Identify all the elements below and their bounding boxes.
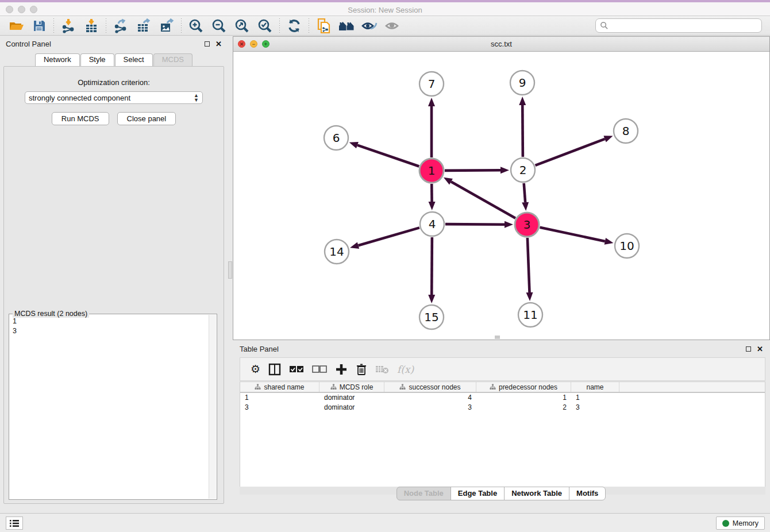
export-table-icon bbox=[136, 18, 151, 33]
network-canvas[interactable]: 7968124314101511 bbox=[233, 52, 769, 340]
delete-table-icon[interactable] bbox=[375, 364, 389, 375]
cell[interactable]: 1 bbox=[240, 394, 319, 402]
network-view-titlebar[interactable]: ✕ − + scc.txt bbox=[233, 37, 769, 52]
refresh-layout-button[interactable] bbox=[283, 17, 306, 34]
table-row[interactable]: 3dominator323 bbox=[240, 403, 765, 413]
control-panel-tabs: NetworkStyleSelectMCDS bbox=[0, 53, 228, 66]
toolbar-separator bbox=[106, 18, 106, 33]
memory-button[interactable]: Memory bbox=[716, 516, 765, 530]
edge-3-1[interactable] bbox=[451, 182, 515, 218]
edge-3-10[interactable] bbox=[540, 228, 605, 241]
edge-2-8[interactable] bbox=[536, 139, 605, 165]
cell[interactable]: 2 bbox=[476, 403, 571, 411]
canvas-hscroll-thumb[interactable] bbox=[495, 336, 500, 339]
criterion-value: strongly connected component bbox=[29, 94, 130, 102]
unselect-all-icon[interactable] bbox=[312, 365, 327, 374]
float-table-panel-icon[interactable] bbox=[746, 346, 751, 352]
task-history-button[interactable] bbox=[6, 516, 23, 530]
column-header-shared-name[interactable]: shared name bbox=[240, 382, 319, 392]
edge-4-14[interactable] bbox=[358, 228, 419, 245]
column-header-name[interactable]: name bbox=[571, 382, 619, 392]
zoom-selected-button[interactable] bbox=[253, 17, 276, 34]
toolbar-separator bbox=[53, 18, 54, 33]
mcds-panel: Optimization criterion: strongly connect… bbox=[3, 66, 224, 504]
zoom-fit-icon bbox=[234, 18, 249, 33]
gear-icon[interactable]: ⚙ bbox=[251, 363, 260, 376]
import-table-button[interactable] bbox=[80, 17, 103, 34]
edge-4-3[interactable] bbox=[445, 224, 505, 225]
node-label-11: 11 bbox=[523, 308, 537, 322]
cell[interactable]: 3 bbox=[571, 403, 619, 411]
main-toolbar bbox=[0, 16, 770, 36]
arrowhead-icon bbox=[349, 142, 359, 148]
network-graph[interactable]: 7968124314101511 bbox=[233, 52, 769, 340]
column-header-MCDS-role[interactable]: MCDS role bbox=[319, 382, 384, 392]
zoom-fit-button[interactable] bbox=[230, 17, 253, 34]
first-neighbors-button[interactable] bbox=[335, 17, 358, 34]
column-type-icon bbox=[399, 384, 406, 390]
tab-select[interactable]: Select bbox=[115, 53, 153, 66]
cell[interactable]: 3 bbox=[384, 403, 476, 411]
close-panel-icon[interactable]: ✕ bbox=[215, 40, 222, 48]
save-session-button[interactable] bbox=[28, 17, 51, 34]
node-label-8: 8 bbox=[622, 124, 630, 138]
hide-graphics-details-button[interactable] bbox=[381, 17, 404, 34]
import-table-icon bbox=[84, 18, 99, 33]
tab-node-table[interactable]: Node Table bbox=[396, 487, 451, 500]
node-table[interactable]: shared nameMCDS rolesuccessor nodesprede… bbox=[240, 381, 765, 495]
close-table-panel-icon[interactable]: ✕ bbox=[757, 345, 763, 353]
export-network-button[interactable] bbox=[109, 17, 132, 34]
column-header-predecessor-nodes[interactable]: predecessor nodes bbox=[476, 382, 571, 392]
edge-2-9[interactable] bbox=[522, 105, 523, 157]
select-all-icon[interactable] bbox=[289, 365, 304, 374]
column-label: successor nodes bbox=[409, 383, 460, 391]
zoom-in-icon bbox=[188, 18, 203, 33]
edge-2-3[interactable] bbox=[524, 183, 525, 202]
close-panel-button[interactable]: Close panel bbox=[117, 112, 176, 125]
cell[interactable]: dominator bbox=[319, 394, 384, 402]
node-label-6: 6 bbox=[333, 131, 340, 145]
tab-mcds[interactable]: MCDS bbox=[153, 53, 192, 66]
cell[interactable]: 3 bbox=[240, 403, 319, 411]
clone-network-button[interactable] bbox=[312, 17, 335, 34]
delete-row-icon[interactable] bbox=[356, 363, 367, 376]
import-network-button[interactable] bbox=[57, 17, 80, 34]
column-pane-icon[interactable] bbox=[268, 363, 281, 376]
run-mcds-button[interactable]: Run MCDS bbox=[52, 112, 109, 125]
memory-status-icon bbox=[722, 520, 729, 527]
zoom-in-button[interactable] bbox=[184, 17, 207, 34]
zoom-out-button[interactable] bbox=[207, 17, 230, 34]
cell[interactable]: 1 bbox=[476, 394, 571, 402]
column-type-icon bbox=[255, 384, 261, 390]
edge-3-11[interactable] bbox=[528, 238, 530, 292]
table-row[interactable]: 1dominator411 bbox=[240, 393, 765, 403]
export-image-button[interactable] bbox=[155, 17, 178, 34]
edge-4-15[interactable] bbox=[432, 237, 432, 295]
edge-1-6[interactable] bbox=[357, 145, 419, 167]
mcds-result-scrollbar[interactable] bbox=[209, 315, 216, 499]
tab-edge-table[interactable]: Edge Table bbox=[451, 487, 505, 500]
column-header-successor-nodes[interactable]: successor nodes bbox=[384, 382, 476, 392]
criterion-select[interactable]: strongly connected component ▲▼ bbox=[25, 91, 203, 104]
tab-network[interactable]: Network bbox=[35, 53, 80, 66]
column-label: shared name bbox=[264, 383, 304, 391]
open-file-button[interactable] bbox=[5, 17, 28, 34]
tab-style[interactable]: Style bbox=[80, 53, 114, 66]
tab-motifs[interactable]: Motifs bbox=[569, 487, 606, 500]
function-builder-icon[interactable]: f(x) bbox=[397, 364, 414, 375]
cell[interactable]: 1 bbox=[571, 394, 619, 402]
node-label-15: 15 bbox=[424, 310, 438, 324]
export-table-button[interactable] bbox=[132, 17, 155, 34]
show-graphics-details-button[interactable] bbox=[358, 17, 381, 34]
tab-network-table[interactable]: Network Table bbox=[504, 487, 569, 500]
edge-1-2[interactable] bbox=[445, 170, 500, 171]
cell[interactable]: dominator bbox=[319, 403, 384, 411]
control-panel-title: Control Panel bbox=[6, 40, 205, 48]
mcds-result-text[interactable]: 1 3 bbox=[10, 317, 207, 498]
open-file-icon bbox=[9, 19, 24, 33]
splitter-grip[interactable] bbox=[228, 261, 232, 279]
float-panel-icon[interactable] bbox=[205, 41, 210, 47]
search-input[interactable] bbox=[595, 18, 762, 33]
add-row-icon[interactable] bbox=[335, 363, 348, 376]
cell[interactable]: 4 bbox=[384, 394, 476, 402]
